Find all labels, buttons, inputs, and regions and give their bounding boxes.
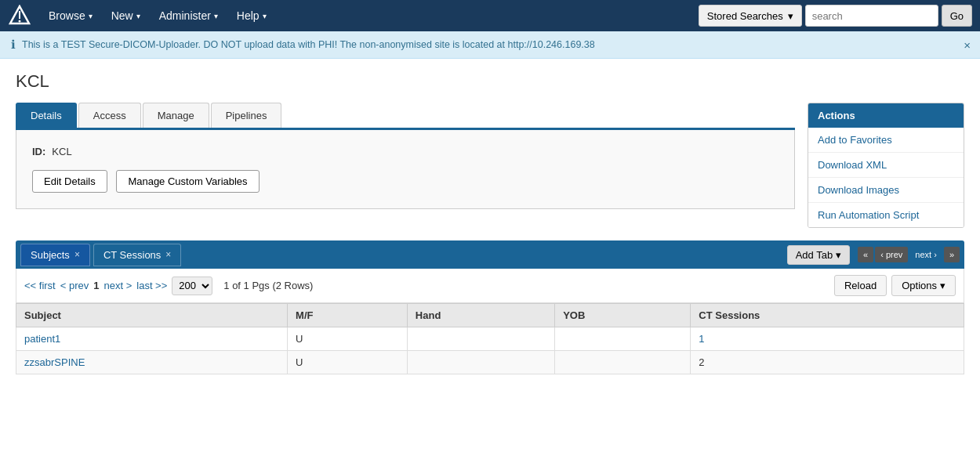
info-icon: ℹ <box>11 38 16 52</box>
nav-prev-arrow[interactable]: ‹ prev <box>875 247 908 262</box>
action-add-favorites[interactable]: Add to Favorites <box>808 128 964 153</box>
subject-link[interactable]: zzsabrSPINE <box>24 356 85 368</box>
svg-point-2 <box>19 20 21 23</box>
go-button[interactable]: Go <box>942 5 972 27</box>
bottom-tabs-bar: Subjects × CT Sessions × Add Tab ▾ « ‹ p… <box>16 240 964 269</box>
ct-sessions-link[interactable]: 1 <box>699 333 704 345</box>
main-layout: Details Access Manage Pipelines ID: KCL … <box>16 103 964 228</box>
page-title: KCL <box>16 71 964 92</box>
tab-section: Details Access Manage Pipelines ID: KCL … <box>16 103 795 209</box>
table-header-row: Subject M/F Hand YOB CT Sessions <box>16 304 964 327</box>
actions-header: Actions <box>808 103 964 128</box>
cell-ct-sessions: 2 <box>691 351 964 374</box>
chevron-down-icon: ▾ <box>263 12 267 20</box>
pagination-current: 1 <box>93 280 99 291</box>
cell-mf: U <box>288 327 408 351</box>
tabs-bar: Details Access Manage Pipelines <box>16 103 795 130</box>
nav-first-arrow[interactable]: « <box>858 247 873 262</box>
close-subjects-tab[interactable]: × <box>74 249 80 260</box>
nav-arrows: « ‹ prev next › » <box>858 247 960 262</box>
chevron-down-icon: ▾ <box>89 12 93 20</box>
page-info: 1 of 1 Pgs (2 Rows) <box>223 280 313 291</box>
navbar: Browse ▾ New ▾ Administer ▾ Help ▾ Store… <box>0 0 980 31</box>
nav-help[interactable]: Help ▾ <box>227 0 276 31</box>
brand-logo[interactable] <box>8 4 31 27</box>
nav-browse[interactable]: Browse ▾ <box>39 0 102 31</box>
close-ct-sessions-tab[interactable]: × <box>165 249 171 260</box>
col-ct-sessions: CT Sessions <box>691 304 964 327</box>
nav-next-arrow[interactable]: next › <box>909 247 942 262</box>
cell-hand <box>407 351 554 374</box>
col-yob: YOB <box>555 304 691 327</box>
stored-searches-button[interactable]: Stored Searches ▾ <box>699 5 802 27</box>
nav-new[interactable]: New ▾ <box>102 0 150 31</box>
chevron-down-icon: ▾ <box>836 249 841 261</box>
table-row: zzsabrSPINEU2 <box>16 351 964 374</box>
bottom-tab-subjects[interactable]: Subjects × <box>20 244 90 266</box>
cell-yob <box>555 327 691 351</box>
nav-administer[interactable]: Administer ▾ <box>150 0 227 31</box>
tab-content-details: ID: KCL Edit Details Manage Custom Varia… <box>16 130 795 209</box>
action-run-automation[interactable]: Run Automation Script <box>808 203 964 227</box>
actions-list: Add to Favorites Download XML Download I… <box>808 128 964 227</box>
table-controls: << first < prev 1 next > last >> 25 50 1… <box>16 269 964 303</box>
pagination-first[interactable]: << first <box>24 280 56 291</box>
detail-buttons: Edit Details Manage Custom Variables <box>32 170 779 193</box>
bottom-section: Subjects × CT Sessions × Add Tab ▾ « ‹ p… <box>16 240 964 374</box>
chevron-down-icon: ▾ <box>788 10 793 22</box>
search-group: Stored Searches ▾ Go <box>699 5 972 27</box>
cell-ct-sessions: 1 <box>691 327 964 351</box>
chevron-down-icon: ▾ <box>136 12 140 20</box>
table-row: patient1U1 <box>16 327 964 351</box>
per-page-select[interactable]: 25 50 100 200 <box>172 277 212 295</box>
action-download-xml[interactable]: Download XML <box>808 153 964 178</box>
tab-access[interactable]: Access <box>78 103 141 128</box>
cell-hand <box>407 327 554 351</box>
manage-custom-variables-button[interactable]: Manage Custom Variables <box>116 170 259 193</box>
chevron-down-icon: ▾ <box>214 12 218 20</box>
cell-mf: U <box>288 351 408 374</box>
tab-manage[interactable]: Manage <box>143 103 209 128</box>
options-button[interactable]: Options ▾ <box>891 275 956 296</box>
pagination-next[interactable]: next > <box>103 280 132 291</box>
actions-panel: Actions Add to Favorites Download XML Do… <box>808 103 964 228</box>
action-download-images[interactable]: Download Images <box>808 178 964 203</box>
cell-yob <box>555 351 691 374</box>
col-hand: Hand <box>407 304 554 327</box>
pagination-prev[interactable]: < prev <box>60 280 89 291</box>
edit-details-button[interactable]: Edit Details <box>32 170 107 193</box>
col-mf: M/F <box>288 304 408 327</box>
page-content: KCL Details Access Manage Pipelines ID: … <box>0 59 980 387</box>
bottom-tab-ct-sessions[interactable]: CT Sessions × <box>93 244 181 266</box>
cell-subject: patient1 <box>16 327 288 351</box>
col-subject: Subject <box>16 304 288 327</box>
reload-button[interactable]: Reload <box>834 275 887 296</box>
alert-link[interactable]: http://10.246.169.38 <box>508 39 595 50</box>
alert-banner: ℹ This is a TEST Secure-DICOM-Uploader. … <box>0 31 980 59</box>
tab-details[interactable]: Details <box>16 103 77 128</box>
detail-id-row: ID: KCL <box>32 146 779 157</box>
add-tab-button[interactable]: Add Tab ▾ <box>787 245 850 265</box>
alert-close-button[interactable]: × <box>964 38 971 52</box>
data-table: Subject M/F Hand YOB CT Sessions patient… <box>16 303 964 374</box>
subject-link[interactable]: patient1 <box>24 333 60 345</box>
pagination-last[interactable]: last >> <box>136 280 167 291</box>
table-body: patient1U1zzsabrSPINEU2 <box>16 327 964 374</box>
search-input[interactable] <box>805 5 938 27</box>
nav-last-arrow[interactable]: » <box>944 247 960 262</box>
cell-subject: zzsabrSPINE <box>16 351 288 374</box>
tab-pipelines[interactable]: Pipelines <box>211 103 282 128</box>
chevron-down-icon: ▾ <box>940 280 946 291</box>
